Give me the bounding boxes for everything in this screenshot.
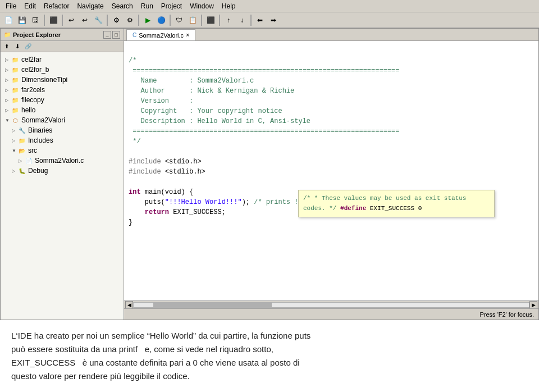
- code-editor-panel: C Somma2Valori.c × /* ==================…: [124, 29, 538, 320]
- tree-label-cel2far: cel2far: [21, 56, 42, 63]
- description-area: L‘IDE ha creato per noi un semplice “Hel…: [0, 320, 539, 392]
- toolbar-btn5[interactable]: ⚙: [110, 14, 122, 26]
- project-tree: ▷ 📁 cel2far ▷ 📁 cel2for_b ▷ 📁 Dimensione…: [1, 52, 124, 320]
- menu-run[interactable]: Run: [138, 1, 157, 11]
- tree-item-cel2for[interactable]: ▷ 📁 cel2for_b: [1, 65, 124, 75]
- toolbar-sep-5: [170, 15, 171, 26]
- project-icon-somma2valori: ⬡: [11, 116, 20, 125]
- ide-container: 📁 Project Explorer _ □ ⬆ ⬇ 🔗 ▷ 📁: [0, 28, 539, 320]
- menu-window[interactable]: Window: [186, 1, 217, 11]
- project-explorer-header: 📁 Project Explorer _ □: [1, 29, 124, 41]
- scroll-left-btn[interactable]: ◀: [125, 301, 133, 309]
- tree-item-cel2far[interactable]: ▷ 📁 cel2far: [1, 54, 124, 65]
- toolbar-btn9[interactable]: 📋: [186, 14, 199, 26]
- scrollbar-thumb[interactable]: [153, 303, 272, 307]
- menu-edit[interactable]: Edit: [21, 1, 39, 11]
- editor-tab-icon: C: [133, 32, 136, 38]
- file-icon-somma2valori-c: 📄: [24, 156, 33, 165]
- toolbar-sep-2: [62, 15, 63, 26]
- tree-item-somma2valori[interactable]: ▼ ⬡ Somma2Valori: [1, 115, 124, 125]
- tree-item-somma2valori-c[interactable]: ▷ 📄 Somma2Valori.c: [1, 156, 124, 166]
- toolbar-save2[interactable]: 🖫: [29, 14, 42, 26]
- expand-filecopy: ▷: [5, 98, 11, 103]
- expand-cel2far: ▷: [5, 57, 11, 62]
- tree-item-debug[interactable]: ▷ 🐛 Debug: [1, 166, 124, 176]
- tree-item-hello[interactable]: ▷ 📁 hello: [1, 105, 124, 115]
- toolbar-btn6[interactable]: ⚙: [124, 14, 136, 26]
- folder-icon-cel2for: 📁: [11, 65, 20, 74]
- tree-label-somma2valori-c: Somma2Valori.c: [35, 157, 84, 165]
- toolbar-btn12[interactable]: ↓: [236, 14, 248, 26]
- tree-label-src: src: [28, 147, 37, 154]
- tree-item-src[interactable]: ▼ 📂 src: [1, 145, 124, 156]
- menu-help[interactable]: Help: [218, 1, 239, 11]
- tree-label-far2cels: far2cels: [21, 86, 45, 94]
- toolbar-btn3[interactable]: ↩: [79, 14, 91, 26]
- editor-tab-somma2valori[interactable]: C Somma2Valori.c ×: [126, 29, 195, 40]
- menu-navigate[interactable]: Navigate: [74, 1, 107, 11]
- tree-label-includes: Includes: [28, 136, 53, 144]
- toolbar-run[interactable]: ▶: [141, 14, 154, 26]
- panel-tb-btn2[interactable]: ⬇: [12, 42, 22, 52]
- expand-cel2for: ▷: [5, 67, 11, 72]
- tree-item-includes[interactable]: ▷ 📁 Includes: [1, 135, 124, 145]
- tree-label-filecopy: filecopy: [21, 96, 44, 104]
- status-bar: Press 'F2' for focus.: [124, 308, 538, 320]
- toolbar: 📄 💾 🖫 ⬛ ↩ ↩ 🔧 ⚙ ⚙ ▶ 🔵 🛡 📋 ⬛ ↑ ↓ ⬅ ➡: [0, 12, 539, 28]
- toolbar-btn4[interactable]: 🔧: [92, 14, 104, 26]
- toolbar-btn7[interactable]: 🔵: [155, 14, 167, 26]
- tree-label-dimtipi: DimensioneTipi: [21, 76, 67, 84]
- expand-hello: ▷: [5, 108, 11, 113]
- toolbar-sep-1: [44, 15, 45, 26]
- toolbar-btn1[interactable]: ⬛: [47, 14, 60, 26]
- scrollbar-track[interactable]: [133, 302, 529, 308]
- expand-somma2valori: ▼: [5, 118, 11, 123]
- toolbar-new[interactable]: 📄: [2, 14, 15, 26]
- panel-title-area: 📁 Project Explorer: [4, 31, 61, 38]
- tree-item-far2cels[interactable]: ▷ 📁 far2cels: [1, 85, 124, 95]
- toolbar-btn2[interactable]: ↩: [65, 14, 77, 26]
- tree-label-cel2for: cel2for_b: [21, 66, 49, 74]
- expand-dimtipi: ▷: [5, 78, 11, 83]
- scroll-right-btn[interactable]: ▶: [529, 301, 537, 309]
- folder-icon-filecopy: 📁: [11, 95, 20, 104]
- description-text: L‘IDE ha creato per noi un semplice “Hel…: [11, 329, 528, 383]
- toolbar-sep-4: [138, 15, 139, 26]
- expand-somma2valori-c: ▷: [19, 158, 24, 163]
- tree-item-filecopy[interactable]: ▷ 📁 filecopy: [1, 95, 124, 105]
- tree-label-somma2valori: Somma2Valori: [21, 116, 65, 124]
- tree-label-binaries: Binaries: [28, 126, 52, 134]
- editor-tabs: C Somma2Valori.c ×: [124, 29, 538, 41]
- toolbar-btn11[interactable]: ↑: [222, 14, 235, 26]
- icon-binaries: 🔧: [17, 126, 26, 135]
- panel-maximize-btn[interactable]: □: [112, 31, 120, 39]
- menu-refactor[interactable]: Refactor: [40, 1, 72, 11]
- panel-minimize-btn[interactable]: _: [103, 31, 111, 39]
- project-explorer-panel: 📁 Project Explorer _ □ ⬆ ⬇ 🔗 ▷ 📁: [1, 29, 124, 320]
- expand-far2cels: ▷: [5, 88, 11, 93]
- status-message: Press 'F2' for focus.: [479, 311, 534, 318]
- code-area[interactable]: /* =====================================…: [124, 41, 538, 300]
- menu-project[interactable]: Project: [158, 1, 185, 11]
- expand-includes: ▷: [12, 138, 17, 143]
- menu-file[interactable]: File: [2, 1, 20, 11]
- toolbar-btn14[interactable]: ➡: [267, 14, 280, 26]
- panel-tb-btn1[interactable]: ⬆: [2, 42, 12, 52]
- editor-tab-close[interactable]: ×: [186, 32, 189, 38]
- folder-icon-src: 📂: [17, 146, 26, 155]
- ide-body: 📁 Project Explorer _ □ ⬆ ⬇ 🔗 ▷ 📁: [1, 29, 538, 320]
- tree-item-binaries[interactable]: ▷ 🔧 Binaries: [1, 125, 124, 135]
- panel-tb-btn3[interactable]: 🔗: [23, 42, 33, 52]
- editor-scrollbar[interactable]: ◀ ▶: [124, 300, 538, 308]
- menu-search[interactable]: Search: [108, 1, 136, 11]
- tree-label-debug: Debug: [28, 167, 48, 175]
- tree-label-hello: hello: [21, 106, 35, 114]
- tree-item-dimtipi[interactable]: ▷ 📁 DimensioneTipi: [1, 75, 124, 85]
- toolbar-btn8[interactable]: 🛡: [173, 14, 185, 26]
- toolbar-save[interactable]: 💾: [16, 14, 28, 26]
- toolbar-btn10[interactable]: ⬛: [204, 14, 217, 26]
- toolbar-btn13[interactable]: ⬅: [254, 14, 266, 26]
- icon-debug: 🐛: [17, 166, 26, 175]
- project-explorer-icon: 📁: [4, 31, 11, 38]
- toolbar-sep-8: [250, 15, 252, 26]
